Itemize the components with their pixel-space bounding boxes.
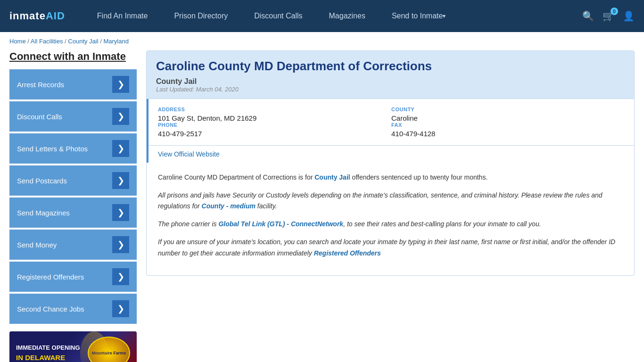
sidebar-item-second-chance-jobs[interactable]: Second Chance Jobs ❯ [9, 294, 137, 324]
breadcrumb-county-jail[interactable]: County Jail [68, 38, 98, 45]
phone-col: PHONE 410-479-2517 [158, 122, 391, 138]
desc2-rest: facility. [256, 202, 277, 210]
nav-links: Find An Inmate Prison Directory Discount… [84, 0, 582, 32]
county-col: COUNTY Caroline [391, 107, 625, 122]
desc-paragraph-1: Caroline County MD Department of Correct… [158, 172, 623, 183]
facility-card: Caroline County MD Department of Correct… [146, 50, 635, 276]
logo-text: inmateAID [9, 10, 65, 22]
facility-updated: Last Updated: March 04, 2020 [156, 86, 625, 93]
desc3-text: The phone carrier is Global Tel Link (GT… [158, 220, 541, 228]
sidebar-menu: Arrest Records ❯ Discount Calls ❯ Send L… [9, 69, 137, 324]
arrow-icon: ❯ [112, 268, 129, 285]
nav-discount-calls[interactable]: Discount Calls [241, 0, 315, 32]
nav-send-to-inmate[interactable]: Send to Inmate [379, 0, 459, 32]
desc3-link[interactable]: Global Tel Link (GTL) - ConnectNetwork [218, 220, 343, 228]
desc1-rest: offenders sentenced up to twenty four mo… [350, 173, 488, 181]
facility-type: County Jail [156, 77, 625, 86]
logo[interactable]: inmateAID [9, 10, 65, 22]
ad-line2: IN DELAWARE [16, 353, 80, 362]
desc4-pre: If you are unsure of your inmate’s locat… [158, 238, 615, 257]
fax-col: FAX 410-479-4128 [391, 122, 625, 138]
facility-name: Caroline County MD Department of Correct… [156, 58, 625, 74]
breadcrumb-maryland[interactable]: Maryland [103, 38, 128, 45]
sidebar-item-label: Send Magazines [17, 209, 70, 217]
search-icon[interactable]: 🔍 [582, 10, 594, 22]
address-label: ADDRESS [158, 107, 391, 112]
fax-label: FAX [391, 122, 625, 128]
facility-header: Caroline County MD Department of Correct… [147, 51, 634, 99]
desc4-link[interactable]: Registered Offenders [314, 249, 381, 257]
arrow-icon: ❯ [112, 300, 129, 317]
facility-info-border: ADDRESS 101 Gay St, Denton, MD 21629 COU… [147, 99, 634, 163]
phone-value: 410-479-2517 [158, 130, 391, 138]
view-website-link[interactable]: View Official Website [158, 150, 220, 158]
desc1-link[interactable]: County Jail [314, 173, 350, 181]
content-area: Caroline County MD Department of Correct… [146, 50, 635, 362]
desc-paragraph-2: All prisons and jails have Security or C… [158, 190, 623, 213]
arrow-icon: ❯ [112, 140, 129, 157]
phone-label: PHONE [158, 122, 391, 128]
sidebar-item-discount-calls[interactable]: Discount Calls ❯ [9, 101, 137, 132]
breadcrumb-all-facilities[interactable]: All Facilities [31, 38, 63, 45]
arrow-icon: ❯ [112, 76, 129, 93]
sidebar-item-label: Send Postcards [17, 177, 67, 185]
ad-arc-decoration [80, 331, 108, 362]
sidebar-item-send-money[interactable]: Send Money ❯ [9, 230, 137, 260]
sidebar-item-label: Arrest Records [17, 81, 64, 89]
sidebar: Connect with an Inmate Arrest Records ❯ … [9, 50, 137, 362]
address-value: 101 Gay St, Denton, MD 21629 [158, 114, 391, 122]
fax-value: 410-479-4128 [391, 130, 625, 138]
facility-info-grid: ADDRESS 101 Gay St, Denton, MD 21629 COU… [149, 99, 634, 146]
website-row: View Official Website [149, 146, 634, 163]
ad-text: IMMEDIATE OPENING IN DELAWARE [16, 344, 80, 362]
sidebar-item-registered-offenders[interactable]: Registered Offenders ❯ [9, 262, 137, 292]
desc2-link[interactable]: County - medium [202, 202, 256, 210]
facility-description: Caroline County MD Department of Correct… [147, 163, 634, 275]
sidebar-item-label: Second Chance Jobs [17, 305, 84, 313]
desc3-pre: The phone carrier is [158, 220, 218, 228]
arrow-icon: ❯ [112, 108, 129, 125]
nav-icons: 🔍 🛒 0 👤 [582, 10, 635, 22]
breadcrumb: Home / All Facilities / County Jail / Ma… [0, 32, 644, 50]
county-label: COUNTY [391, 107, 625, 112]
breadcrumb-home[interactable]: Home [9, 38, 26, 45]
navigation: inmateAID Find An Inmate Prison Director… [0, 0, 644, 32]
sidebar-item-send-letters[interactable]: Send Letters & Photos ❯ [9, 133, 137, 164]
nav-find-inmate[interactable]: Find An Inmate [84, 0, 161, 32]
sidebar-item-label: Registered Offenders [17, 273, 84, 281]
arrow-icon: ❯ [112, 204, 129, 221]
desc-paragraph-4: If you are unsure of your inmate’s locat… [158, 237, 623, 259]
cart-badge: 0 [611, 8, 618, 15]
ad-line1: IMMEDIATE OPENING [16, 344, 80, 352]
desc2-text: All prisons and jails have Security or C… [158, 191, 603, 210]
sidebar-item-arrest-records[interactable]: Arrest Records ❯ [9, 69, 137, 99]
sidebar-item-label: Discount Calls [17, 113, 62, 121]
sidebar-title: Connect with an Inmate [9, 50, 137, 63]
desc4-text: If you are unsure of your inmate’s locat… [158, 238, 615, 257]
county-value: Caroline [391, 114, 625, 122]
desc3-rest: , to see their rates and best-calling pl… [343, 220, 541, 228]
address-col: ADDRESS 101 Gay St, Denton, MD 21629 [158, 107, 391, 122]
desc-paragraph-3: The phone carrier is Global Tel Link (GT… [158, 219, 623, 230]
sidebar-ad[interactable]: IMMEDIATE OPENING IN DELAWARE Mountaire … [9, 331, 137, 362]
sidebar-item-label: Send Money [17, 241, 57, 249]
nav-prison-directory[interactable]: Prison Directory [161, 0, 241, 32]
nav-magazines[interactable]: Magazines [316, 0, 379, 32]
sidebar-item-send-magazines[interactable]: Send Magazines ❯ [9, 197, 137, 228]
user-icon[interactable]: 👤 [623, 10, 635, 22]
desc1-pre: Caroline County MD Department of Correct… [158, 173, 314, 181]
cart-icon[interactable]: 🛒 0 [603, 10, 614, 22]
arrow-icon: ❯ [112, 236, 129, 253]
sidebar-item-send-postcards[interactable]: Send Postcards ❯ [9, 165, 137, 196]
main-layout: Connect with an Inmate Arrest Records ❯ … [0, 50, 644, 362]
arrow-icon: ❯ [112, 172, 129, 189]
sidebar-item-label: Send Letters & Photos [17, 145, 88, 153]
